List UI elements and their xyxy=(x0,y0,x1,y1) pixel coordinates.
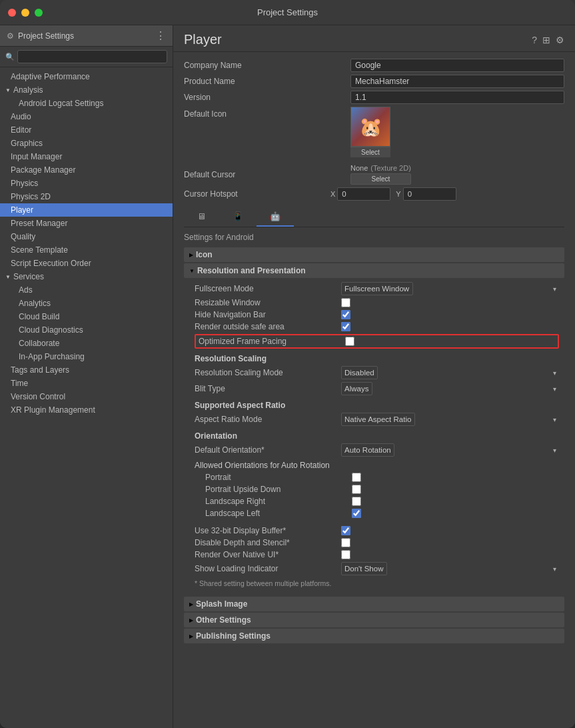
analysis-triangle: ▼ xyxy=(5,87,11,93)
show-loading-label: Show Loading Indicator xyxy=(195,564,341,573)
minimize-button[interactable] xyxy=(21,9,29,17)
other-section-header[interactable]: ▶ Other Settings xyxy=(184,613,564,627)
default-orientation-label: Default Orientation* xyxy=(195,445,341,455)
blit-type-select[interactable]: Always xyxy=(341,382,372,395)
sidebar-item-input-manager[interactable]: Input Manager xyxy=(0,150,173,163)
sidebar-item-scene-template[interactable]: Scene Template xyxy=(0,243,173,257)
portrait-checkbox[interactable] xyxy=(352,473,361,482)
sidebar-item-version-control[interactable]: Version Control xyxy=(0,390,173,403)
sidebar-item-package-manager[interactable]: Package Manager xyxy=(0,163,173,177)
splash-section-title: Splash Image xyxy=(196,599,247,609)
fullscreen-mode-select[interactable]: Fullscreen Window xyxy=(341,282,413,295)
landscape-right-row: Landscape Right xyxy=(195,497,559,506)
sidebar-item-collaborate[interactable]: Collaborate xyxy=(0,337,173,350)
settings-icon: ⚙ xyxy=(7,31,14,41)
use-32bit-checkbox[interactable] xyxy=(341,526,350,535)
sidebar-item-graphics[interactable]: Graphics xyxy=(0,137,173,150)
tab-standalone[interactable]: 🖥 xyxy=(184,207,219,227)
icon-section-title: Icon xyxy=(196,250,213,259)
sidebar-item-adaptive-performance[interactable]: Adaptive Performance xyxy=(0,70,173,83)
tab-ios[interactable]: 📱 xyxy=(219,207,257,227)
hotspot-x-input[interactable] xyxy=(337,187,390,201)
sidebar-item-ads[interactable]: Ads xyxy=(0,283,173,297)
resizable-window-row: Resizable Window xyxy=(195,298,559,307)
settings-icon[interactable]: ⚙ xyxy=(556,35,564,45)
sidebar-item-audio[interactable]: Audio xyxy=(0,110,173,123)
analysis-label: Analysis xyxy=(13,85,43,95)
resolution-scaling-mode-row: Resolution Scaling Mode Disabled xyxy=(195,366,559,379)
sidebar-item-services[interactable]: ▼ Services xyxy=(0,270,173,283)
optimized-frame-pacing-checkbox[interactable] xyxy=(345,337,354,346)
sidebar-menu-icon[interactable]: ⋮ xyxy=(155,29,166,42)
landscape-left-checkbox[interactable] xyxy=(352,509,361,518)
sidebar-item-xr-plugin-management[interactable]: XR Plugin Management xyxy=(0,403,173,417)
sidebar-item-quality[interactable]: Quality xyxy=(0,230,173,243)
orientation-title: Orientation xyxy=(195,431,559,441)
tab-android[interactable]: 🤖 xyxy=(257,207,294,227)
ads-label: Ads xyxy=(19,285,33,295)
publishing-section-header[interactable]: ▶ Publishing Settings xyxy=(184,629,564,643)
close-button[interactable] xyxy=(8,9,16,17)
splash-section-header[interactable]: ▶ Splash Image xyxy=(184,597,564,611)
use-32bit-row: Use 32-bit Display Buffer* xyxy=(195,526,559,535)
show-loading-select[interactable]: Don't Show xyxy=(341,562,387,575)
fullscreen-mode-row: Fullscreen Mode Fullscreen Window xyxy=(195,282,559,295)
cloud-diagnostics-label: Cloud Diagnostics xyxy=(19,325,83,335)
landscape-right-checkbox[interactable] xyxy=(352,497,361,506)
sidebar-item-tags-and-layers[interactable]: Tags and Layers xyxy=(0,363,173,377)
blit-type-wrapper: Always xyxy=(341,382,559,395)
resizable-window-checkbox[interactable] xyxy=(341,298,350,307)
sidebar-item-physics[interactable]: Physics xyxy=(0,177,173,190)
maximize-button[interactable] xyxy=(35,9,43,17)
content-body: Company Name Product Name Version xyxy=(173,52,575,728)
sidebar-item-player[interactable]: Player xyxy=(0,203,173,217)
render-over-native-checkbox[interactable] xyxy=(341,550,350,559)
input-manager-label: Input Manager xyxy=(11,152,62,161)
portrait-label: Portrait xyxy=(205,473,352,482)
default-cursor-row: Default Cursor None (Texture 2D) Select xyxy=(184,164,564,185)
icon-section-triangle: ▶ xyxy=(189,252,193,258)
product-name-label: Product Name xyxy=(184,77,350,86)
layout-icon[interactable]: ⊞ xyxy=(542,35,550,45)
default-orientation-select[interactable]: Auto Rotation xyxy=(341,443,394,457)
sidebar-item-android-logcat[interactable]: Android Logcat Settings xyxy=(0,97,173,110)
product-name-input[interactable] xyxy=(350,75,564,88)
company-name-input[interactable] xyxy=(350,59,564,72)
spacer1 xyxy=(195,521,559,526)
hide-nav-bar-checkbox[interactable] xyxy=(341,310,350,319)
hotspot-y-input[interactable] xyxy=(403,187,456,201)
sidebar-item-cloud-build[interactable]: Cloud Build xyxy=(0,310,173,323)
portrait-upside-down-checkbox[interactable] xyxy=(352,485,361,494)
sidebar-item-analysis[interactable]: ▼ Analysis xyxy=(0,83,173,97)
resolution-section-header[interactable]: ▼ Resolution and Presentation xyxy=(184,263,564,278)
sidebar-item-script-execution-order[interactable]: Script Execution Order xyxy=(0,257,173,270)
cursor-hotspot-label: Cursor Hotspot xyxy=(184,189,330,199)
sidebar-item-physics-2d[interactable]: Physics 2D xyxy=(0,190,173,203)
time-label: Time xyxy=(11,379,28,388)
aspect-ratio-mode-select[interactable]: Native Aspect Ratio xyxy=(341,413,415,426)
icon-section-header[interactable]: ▶ Icon xyxy=(184,247,564,262)
resolution-scaling-mode-select[interactable]: Disabled xyxy=(341,366,378,379)
disable-depth-label: Disable Depth and Stencil* xyxy=(195,538,341,547)
search-input[interactable] xyxy=(17,50,167,63)
version-input[interactable] xyxy=(350,91,564,104)
preset-manager-label: Preset Manager xyxy=(11,219,67,228)
window-title: Project Settings xyxy=(257,7,318,17)
android-logcat-label: Android Logcat Settings xyxy=(19,99,103,108)
cursor-select-button[interactable]: Select xyxy=(350,173,411,185)
sidebar-item-cloud-diagnostics[interactable]: Cloud Diagnostics xyxy=(0,323,173,337)
company-name-label: Company Name xyxy=(184,61,350,70)
sidebar-item-editor[interactable]: Editor xyxy=(0,123,173,137)
resolution-section-title: Resolution and Presentation xyxy=(197,266,306,275)
sidebar-item-analytics[interactable]: Analytics xyxy=(0,297,173,310)
help-icon[interactable]: ? xyxy=(532,35,537,45)
sidebar-header-title: Project Settings xyxy=(18,31,74,41)
render-outside-safe-checkbox[interactable] xyxy=(341,322,350,331)
disable-depth-checkbox[interactable] xyxy=(341,538,350,547)
icon-select-button[interactable]: Select xyxy=(350,147,390,157)
sidebar-item-time[interactable]: Time xyxy=(0,377,173,390)
use-32bit-label: Use 32-bit Display Buffer* xyxy=(195,526,341,535)
sidebar-item-in-app-purchasing[interactable]: In-App Purchasing xyxy=(0,350,173,363)
cursor-area: None (Texture 2D) Select xyxy=(350,164,411,185)
sidebar-item-preset-manager[interactable]: Preset Manager xyxy=(0,217,173,230)
